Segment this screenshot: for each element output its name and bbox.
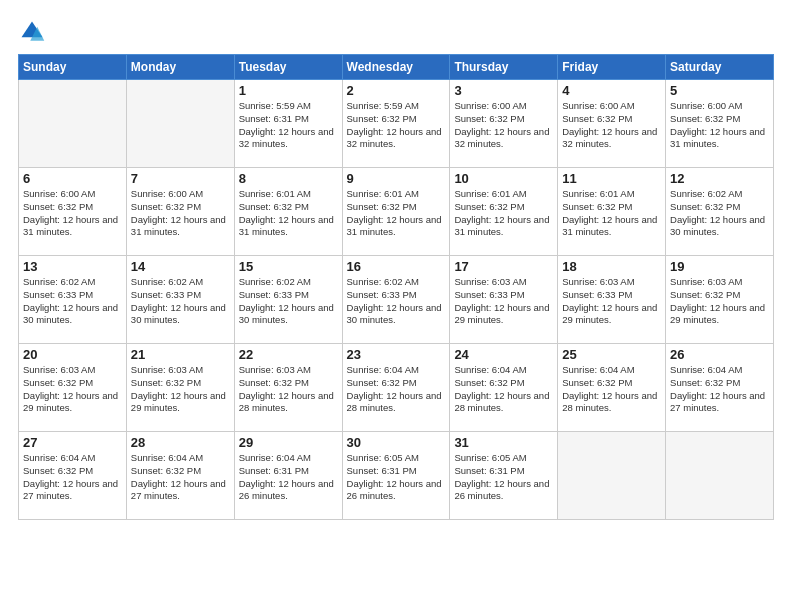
calendar-cell: 10Sunrise: 6:01 AM Sunset: 6:32 PM Dayli…	[450, 168, 558, 256]
calendar-body: 1Sunrise: 5:59 AM Sunset: 6:31 PM Daylig…	[19, 80, 774, 520]
day-number: 31	[454, 435, 553, 450]
day-info: Sunrise: 6:00 AM Sunset: 6:32 PM Dayligh…	[454, 100, 553, 151]
day-number: 29	[239, 435, 338, 450]
day-number: 28	[131, 435, 230, 450]
calendar-cell	[126, 80, 234, 168]
day-info: Sunrise: 6:02 AM Sunset: 6:33 PM Dayligh…	[131, 276, 230, 327]
day-number: 5	[670, 83, 769, 98]
calendar-cell: 19Sunrise: 6:03 AM Sunset: 6:32 PM Dayli…	[666, 256, 774, 344]
calendar-cell: 17Sunrise: 6:03 AM Sunset: 6:33 PM Dayli…	[450, 256, 558, 344]
day-info: Sunrise: 6:02 AM Sunset: 6:33 PM Dayligh…	[347, 276, 446, 327]
day-number: 23	[347, 347, 446, 362]
calendar-cell: 8Sunrise: 6:01 AM Sunset: 6:32 PM Daylig…	[234, 168, 342, 256]
day-number: 19	[670, 259, 769, 274]
calendar-cell: 18Sunrise: 6:03 AM Sunset: 6:33 PM Dayli…	[558, 256, 666, 344]
logo	[18, 18, 50, 46]
calendar-week: 20Sunrise: 6:03 AM Sunset: 6:32 PM Dayli…	[19, 344, 774, 432]
day-number: 1	[239, 83, 338, 98]
day-info: Sunrise: 5:59 AM Sunset: 6:32 PM Dayligh…	[347, 100, 446, 151]
header-area	[18, 18, 774, 46]
header-day: Monday	[126, 55, 234, 80]
header-row: SundayMondayTuesdayWednesdayThursdayFrid…	[19, 55, 774, 80]
day-info: Sunrise: 6:03 AM Sunset: 6:32 PM Dayligh…	[670, 276, 769, 327]
day-info: Sunrise: 5:59 AM Sunset: 6:31 PM Dayligh…	[239, 100, 338, 151]
day-info: Sunrise: 6:01 AM Sunset: 6:32 PM Dayligh…	[562, 188, 661, 239]
header-day: Tuesday	[234, 55, 342, 80]
header-day: Sunday	[19, 55, 127, 80]
calendar-cell: 22Sunrise: 6:03 AM Sunset: 6:32 PM Dayli…	[234, 344, 342, 432]
calendar-cell: 9Sunrise: 6:01 AM Sunset: 6:32 PM Daylig…	[342, 168, 450, 256]
calendar-cell: 12Sunrise: 6:02 AM Sunset: 6:32 PM Dayli…	[666, 168, 774, 256]
day-info: Sunrise: 6:05 AM Sunset: 6:31 PM Dayligh…	[347, 452, 446, 503]
day-number: 25	[562, 347, 661, 362]
header-day: Friday	[558, 55, 666, 80]
day-number: 27	[23, 435, 122, 450]
day-info: Sunrise: 6:04 AM Sunset: 6:32 PM Dayligh…	[23, 452, 122, 503]
day-info: Sunrise: 6:03 AM Sunset: 6:32 PM Dayligh…	[239, 364, 338, 415]
day-number: 30	[347, 435, 446, 450]
day-number: 14	[131, 259, 230, 274]
day-number: 24	[454, 347, 553, 362]
day-number: 18	[562, 259, 661, 274]
day-number: 16	[347, 259, 446, 274]
calendar: SundayMondayTuesdayWednesdayThursdayFrid…	[18, 54, 774, 520]
calendar-cell	[19, 80, 127, 168]
day-info: Sunrise: 6:03 AM Sunset: 6:32 PM Dayligh…	[131, 364, 230, 415]
calendar-cell: 15Sunrise: 6:02 AM Sunset: 6:33 PM Dayli…	[234, 256, 342, 344]
day-info: Sunrise: 6:02 AM Sunset: 6:32 PM Dayligh…	[670, 188, 769, 239]
day-info: Sunrise: 6:02 AM Sunset: 6:33 PM Dayligh…	[239, 276, 338, 327]
day-info: Sunrise: 6:00 AM Sunset: 6:32 PM Dayligh…	[562, 100, 661, 151]
header-day: Saturday	[666, 55, 774, 80]
calendar-week: 27Sunrise: 6:04 AM Sunset: 6:32 PM Dayli…	[19, 432, 774, 520]
calendar-cell: 24Sunrise: 6:04 AM Sunset: 6:32 PM Dayli…	[450, 344, 558, 432]
day-number: 4	[562, 83, 661, 98]
day-number: 20	[23, 347, 122, 362]
calendar-cell: 3Sunrise: 6:00 AM Sunset: 6:32 PM Daylig…	[450, 80, 558, 168]
calendar-cell: 4Sunrise: 6:00 AM Sunset: 6:32 PM Daylig…	[558, 80, 666, 168]
calendar-cell: 30Sunrise: 6:05 AM Sunset: 6:31 PM Dayli…	[342, 432, 450, 520]
day-info: Sunrise: 6:00 AM Sunset: 6:32 PM Dayligh…	[23, 188, 122, 239]
day-info: Sunrise: 6:04 AM Sunset: 6:32 PM Dayligh…	[454, 364, 553, 415]
page: SundayMondayTuesdayWednesdayThursdayFrid…	[0, 0, 792, 612]
calendar-cell: 27Sunrise: 6:04 AM Sunset: 6:32 PM Dayli…	[19, 432, 127, 520]
calendar-cell: 20Sunrise: 6:03 AM Sunset: 6:32 PM Dayli…	[19, 344, 127, 432]
header-day: Thursday	[450, 55, 558, 80]
calendar-cell: 11Sunrise: 6:01 AM Sunset: 6:32 PM Dayli…	[558, 168, 666, 256]
header-day: Wednesday	[342, 55, 450, 80]
day-number: 10	[454, 171, 553, 186]
calendar-cell: 6Sunrise: 6:00 AM Sunset: 6:32 PM Daylig…	[19, 168, 127, 256]
day-info: Sunrise: 6:01 AM Sunset: 6:32 PM Dayligh…	[239, 188, 338, 239]
calendar-cell: 7Sunrise: 6:00 AM Sunset: 6:32 PM Daylig…	[126, 168, 234, 256]
day-info: Sunrise: 6:00 AM Sunset: 6:32 PM Dayligh…	[131, 188, 230, 239]
day-number: 15	[239, 259, 338, 274]
calendar-cell	[558, 432, 666, 520]
day-info: Sunrise: 6:04 AM Sunset: 6:31 PM Dayligh…	[239, 452, 338, 503]
day-info: Sunrise: 6:04 AM Sunset: 6:32 PM Dayligh…	[131, 452, 230, 503]
day-number: 21	[131, 347, 230, 362]
calendar-cell: 1Sunrise: 5:59 AM Sunset: 6:31 PM Daylig…	[234, 80, 342, 168]
day-info: Sunrise: 6:05 AM Sunset: 6:31 PM Dayligh…	[454, 452, 553, 503]
day-number: 7	[131, 171, 230, 186]
calendar-cell: 2Sunrise: 5:59 AM Sunset: 6:32 PM Daylig…	[342, 80, 450, 168]
calendar-week: 1Sunrise: 5:59 AM Sunset: 6:31 PM Daylig…	[19, 80, 774, 168]
calendar-cell: 13Sunrise: 6:02 AM Sunset: 6:33 PM Dayli…	[19, 256, 127, 344]
day-info: Sunrise: 6:04 AM Sunset: 6:32 PM Dayligh…	[347, 364, 446, 415]
calendar-cell: 25Sunrise: 6:04 AM Sunset: 6:32 PM Dayli…	[558, 344, 666, 432]
calendar-header: SundayMondayTuesdayWednesdayThursdayFrid…	[19, 55, 774, 80]
day-number: 6	[23, 171, 122, 186]
day-number: 8	[239, 171, 338, 186]
day-info: Sunrise: 6:03 AM Sunset: 6:33 PM Dayligh…	[562, 276, 661, 327]
calendar-week: 6Sunrise: 6:00 AM Sunset: 6:32 PM Daylig…	[19, 168, 774, 256]
day-number: 22	[239, 347, 338, 362]
calendar-cell: 16Sunrise: 6:02 AM Sunset: 6:33 PM Dayli…	[342, 256, 450, 344]
calendar-cell: 31Sunrise: 6:05 AM Sunset: 6:31 PM Dayli…	[450, 432, 558, 520]
calendar-cell: 23Sunrise: 6:04 AM Sunset: 6:32 PM Dayli…	[342, 344, 450, 432]
day-number: 2	[347, 83, 446, 98]
day-number: 13	[23, 259, 122, 274]
calendar-cell: 29Sunrise: 6:04 AM Sunset: 6:31 PM Dayli…	[234, 432, 342, 520]
calendar-cell: 28Sunrise: 6:04 AM Sunset: 6:32 PM Dayli…	[126, 432, 234, 520]
day-info: Sunrise: 6:00 AM Sunset: 6:32 PM Dayligh…	[670, 100, 769, 151]
day-number: 3	[454, 83, 553, 98]
day-number: 26	[670, 347, 769, 362]
day-number: 9	[347, 171, 446, 186]
